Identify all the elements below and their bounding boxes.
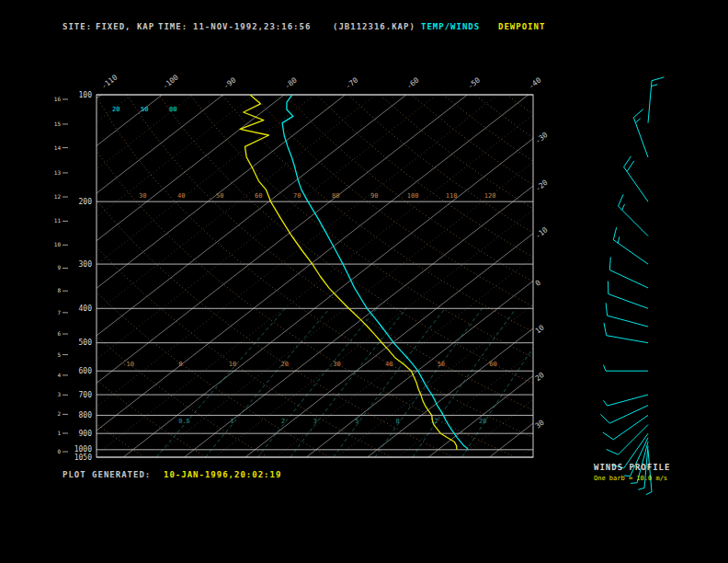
pressure-tick-label: 700 (79, 391, 93, 399)
svg-text:100: 100 (407, 192, 419, 200)
height-tick-label: 15 (54, 121, 62, 127)
svg-text:10: 10 (229, 361, 236, 368)
height-tick-label: 7 (57, 309, 61, 316)
pressure-tick-label: 500 (79, 339, 93, 347)
pressure-tick-label: 100 (79, 91, 93, 99)
height-tick-label: 1 (57, 430, 61, 436)
top-temp-label: -70 (344, 75, 359, 90)
right-temp-label: -10 (534, 225, 550, 240)
height-tick-label: 6 (57, 330, 61, 337)
svg-text:40: 40 (177, 192, 185, 200)
height-tick-label: 16 (54, 96, 62, 102)
svg-text:8: 8 (396, 418, 400, 425)
pressure-tick-label: 1050 (74, 454, 92, 462)
svg-text:60: 60 (489, 361, 496, 368)
plot-generated-value: 10-JAN-1996,20:02:19 (164, 470, 281, 481)
top-temp-label: -60 (405, 75, 421, 90)
top-temp-label: -40 (527, 75, 542, 90)
pressure-tick-label: 400 (79, 304, 93, 313)
svg-text:-10: -10 (122, 361, 134, 368)
right-temp-label: -20 (534, 178, 550, 193)
svg-text:30: 30 (333, 361, 340, 368)
height-tick-label: 14 (54, 144, 62, 151)
winds-barb-legend: One barb = 10.0 m/s (594, 475, 667, 482)
plot-generated-label: PLOT GENERATED: (63, 470, 151, 481)
height-tick-label: 9 (57, 264, 61, 270)
top-temp-label: -80 (283, 75, 299, 90)
svg-text:70: 70 (293, 192, 301, 200)
temperature-trace (282, 95, 468, 450)
svg-text:20: 20 (479, 418, 486, 425)
svg-text:110: 110 (446, 192, 458, 200)
svg-text:40: 40 (385, 361, 392, 368)
height-tick-label: 2 (57, 410, 61, 417)
skewt-sounding-screen: SITE: FIXED, KAP TIME: 11-NOV-1992,23:16… (0, 0, 728, 563)
height-tick-label: 0 (57, 448, 61, 454)
sounding-traces (240, 95, 468, 450)
height-tick-label: 13 (54, 169, 62, 176)
winds-profile-barbs (600, 77, 664, 495)
aux-isopleth-label: 20 (112, 106, 119, 113)
right-temp-label: 30 (534, 419, 546, 431)
svg-text:30: 30 (139, 192, 146, 200)
pressure-tick-label: 900 (79, 430, 93, 438)
top-temp-label: -50 (466, 75, 482, 90)
svg-text:50: 50 (216, 192, 223, 200)
right-temp-label: 10 (534, 323, 546, 335)
pressure-tick-label: 800 (79, 411, 93, 419)
pressure-tick-label: 600 (79, 367, 93, 375)
aux-isopleth-label: 80 (169, 106, 176, 113)
aux-isopleth-label: 50 (141, 106, 148, 113)
pressure-tick-label: 200 (79, 198, 93, 206)
svg-text:1: 1 (230, 418, 233, 425)
right-temp-label: -30 (534, 131, 550, 145)
height-tick-label: 12 (54, 193, 62, 200)
right-temp-label: 20 (534, 371, 546, 383)
height-tick-label: 5 (57, 351, 61, 358)
svg-text:20: 20 (280, 361, 288, 368)
right-temp-label: 0 (534, 279, 542, 288)
top-temp-label: -90 (222, 75, 237, 90)
svg-text:60: 60 (255, 192, 262, 200)
pressure-tick-label: 300 (79, 260, 93, 269)
svg-text:90: 90 (370, 192, 378, 200)
svg-text:50: 50 (438, 361, 445, 368)
svg-text:0.5: 0.5 (178, 418, 190, 425)
winds-profile-title: WINDS PROFILE (594, 463, 670, 472)
svg-text:120: 120 (484, 192, 496, 200)
dewpoint-trace (240, 95, 457, 450)
svg-text:80: 80 (332, 192, 339, 200)
svg-text:2: 2 (281, 418, 285, 425)
height-tick-label: 11 (54, 217, 62, 224)
height-tick-label: 4 (57, 372, 61, 378)
height-tick-label: 8 (57, 287, 61, 293)
top-temp-label: -100 (161, 74, 180, 91)
top-temp-label: -110 (100, 74, 119, 91)
svg-text:3: 3 (313, 418, 317, 425)
height-tick-label: 10 (54, 241, 62, 247)
svg-text:0: 0 (178, 361, 182, 368)
height-tick-label: 3 (57, 391, 61, 397)
svg-text:5: 5 (355, 418, 358, 425)
